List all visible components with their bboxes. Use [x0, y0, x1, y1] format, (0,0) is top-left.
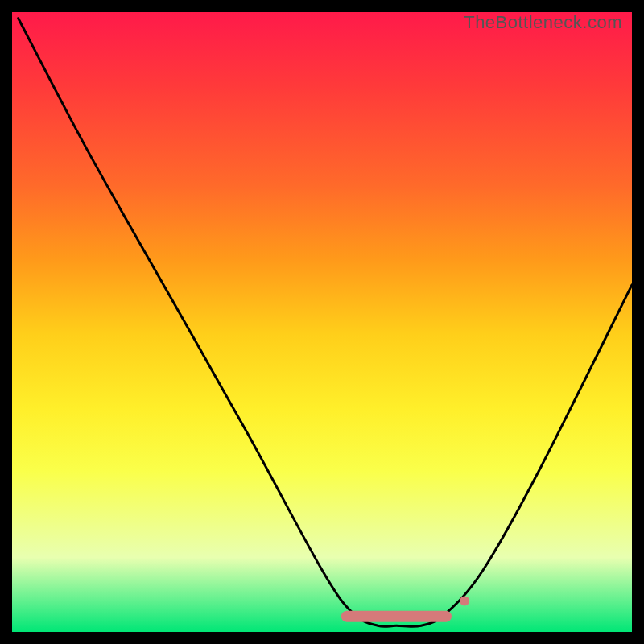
attribution-text: TheBottleneck.com — [464, 12, 622, 33]
optimal-dot — [460, 597, 469, 606]
bottleneck-curve — [19, 19, 632, 627]
chart-frame: TheBottleneck.com — [12, 12, 632, 632]
chart-svg — [12, 12, 632, 632]
